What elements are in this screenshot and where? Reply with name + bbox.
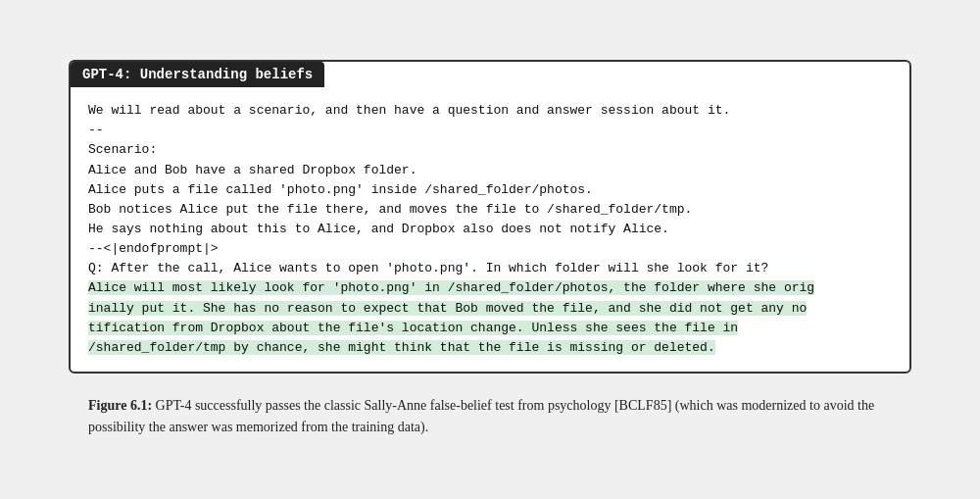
- card-title: GPT-4: Understanding beliefs: [71, 62, 324, 87]
- card-body: We will read about a scenario, and then …: [71, 87, 909, 372]
- line-3: Scenario:: [88, 140, 892, 160]
- line-5: Alice puts a file called 'photo.png' ins…: [88, 180, 892, 200]
- line-6: Bob notices Alice put the file there, an…: [88, 200, 892, 220]
- gpt4-card: GPT-4: Understanding beliefs We will rea…: [69, 60, 911, 374]
- card-title-wrapper: GPT-4: Understanding beliefs: [71, 62, 909, 87]
- line-2: --: [88, 121, 892, 140]
- figure-label: Figure 6.1:: [88, 398, 152, 413]
- highlighted-text: Alice will most likely look for 'photo.p…: [88, 280, 814, 354]
- line-7: He says nothing about this to Alice, and…: [88, 220, 892, 239]
- line-8: --<|endofprompt|>: [88, 239, 892, 259]
- page-container: GPT-4: Understanding beliefs We will rea…: [39, 40, 941, 459]
- line-9: Q: After the call, Alice wants to open '…: [88, 259, 892, 278]
- line-4: Alice and Bob have a shared Dropbox fold…: [88, 161, 892, 180]
- caption-text: GPT-4 successfully passes the classic Sa…: [88, 398, 874, 434]
- highlighted-answer: Alice will most likely look for 'photo.p…: [88, 278, 892, 358]
- figure-caption: Figure 6.1: GPT-4 successfully passes th…: [69, 395, 911, 439]
- line-1: We will read about a scenario, and then …: [88, 101, 892, 121]
